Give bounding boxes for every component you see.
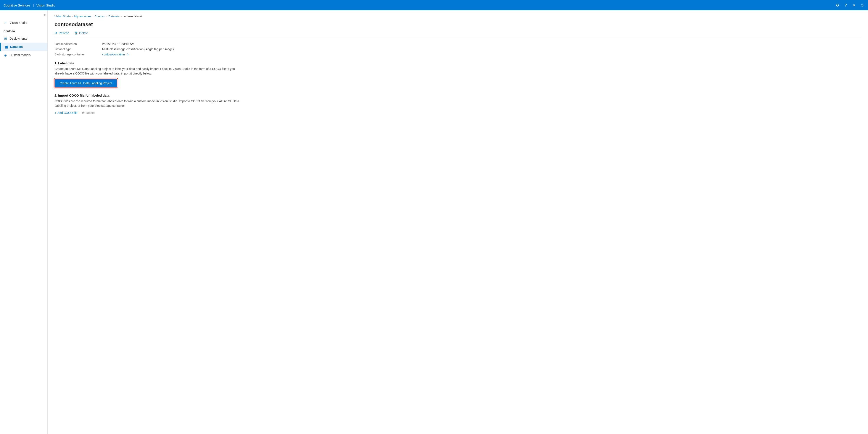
- blob-container-value: contosocontainer: [102, 53, 125, 56]
- metadata-row-type: Dataset type Multi-class image classific…: [55, 48, 861, 51]
- sidebar: « ⌂ Vision Studio Contoso ⊞ Deployments …: [0, 10, 48, 434]
- metadata-row-blob: Blob storage container contosocontainer …: [55, 53, 861, 56]
- section-import-coco-description: COCO files are the required format for l…: [55, 99, 241, 108]
- metadata-section: Last modified on 2/21/2023, 11:53:15 AM …: [55, 42, 861, 56]
- breadcrumb-contoso[interactable]: Contoso: [95, 15, 105, 18]
- sidebar-item-datasets[interactable]: ▣ Datasets: [0, 43, 48, 51]
- topbar: Cognitive Services | Vision Studio ⚙ ? ▾…: [0, 0, 868, 10]
- metadata-label-modified: Last modified on: [55, 42, 102, 46]
- delete-button[interactable]: 🗑 Delete: [74, 31, 88, 35]
- home-icon: ⌂: [3, 21, 7, 25]
- sidebar-org-label: Contoso: [0, 27, 48, 34]
- add-coco-icon: +: [55, 111, 56, 115]
- breadcrumb: Vision Studio › My resources › Contoso ›…: [55, 15, 861, 18]
- delete-coco-icon: 🗑: [82, 111, 85, 115]
- delete-coco-button[interactable]: 🗑 Delete: [82, 111, 95, 115]
- custom-models-icon: ◈: [3, 53, 7, 57]
- breadcrumb-chevron-2: ›: [92, 15, 93, 18]
- refresh-label: Refresh: [59, 31, 69, 35]
- sidebar-vision-studio-label: Vision Studio: [9, 21, 27, 25]
- content-area: Vision Studio › My resources › Contoso ›…: [48, 10, 868, 434]
- breadcrumb-current: contosodataset: [123, 15, 142, 18]
- app-title: Cognitive Services | Vision Studio: [3, 3, 55, 7]
- metadata-label-blob: Blob storage container: [55, 53, 102, 56]
- user-icon[interactable]: ☺: [860, 3, 865, 7]
- delete-icon: 🗑: [74, 31, 78, 35]
- metadata-row-modified: Last modified on 2/21/2023, 11:53:15 AM: [55, 42, 861, 46]
- delete-coco-label: Delete: [86, 111, 95, 115]
- external-link-icon: ⧉: [127, 53, 128, 56]
- settings-icon[interactable]: ⚙: [835, 3, 840, 7]
- section-label-data-title: 1. Label data: [55, 61, 861, 65]
- sidebar-item-custom-models[interactable]: ◈ Custom models: [0, 51, 48, 59]
- deployments-icon: ⊞: [3, 37, 7, 40]
- refresh-icon: ↺: [55, 31, 57, 35]
- metadata-label-type: Dataset type: [55, 48, 102, 51]
- add-coco-label: Add COCO file: [57, 111, 78, 115]
- help-icon[interactable]: ?: [843, 3, 848, 7]
- title-separator: |: [33, 3, 34, 7]
- sidebar-datasets-label: Datasets: [10, 45, 23, 49]
- breadcrumb-chevron-1: ›: [72, 15, 73, 18]
- topbar-icons: ⚙ ? ▾ ☺: [835, 3, 865, 7]
- sidebar-item-deployments[interactable]: ⊞ Deployments: [0, 34, 48, 43]
- breadcrumb-vision-studio[interactable]: Vision Studio: [55, 15, 71, 18]
- datasets-icon: ▣: [4, 45, 8, 49]
- sidebar-collapse-button[interactable]: «: [0, 12, 48, 19]
- blob-container-link[interactable]: contosocontainer ⧉: [102, 53, 128, 56]
- dropdown-icon[interactable]: ▾: [851, 3, 856, 7]
- add-coco-file-button[interactable]: + Add COCO file: [55, 111, 78, 115]
- toolbar: ↺ Refresh 🗑 Delete: [55, 31, 861, 38]
- delete-label: Delete: [79, 31, 88, 35]
- main-layout: « ⌂ Vision Studio Contoso ⊞ Deployments …: [0, 10, 868, 434]
- breadcrumb-chevron-4: ›: [121, 15, 122, 18]
- sidebar-item-vision-studio[interactable]: ⌂ Vision Studio: [0, 19, 48, 27]
- section-label-data: 1. Label data Create an Azure ML Data La…: [55, 61, 861, 87]
- refresh-button[interactable]: ↺ Refresh: [55, 31, 69, 35]
- page-title: contosodataset: [55, 22, 861, 28]
- coco-action-links: + Add COCO file 🗑 Delete: [55, 111, 861, 115]
- app-name: Cognitive Services: [3, 3, 30, 7]
- section-import-coco: 2. Import COCO file for labeled data COC…: [55, 93, 861, 115]
- breadcrumb-chevron-3: ›: [106, 15, 107, 18]
- metadata-value-type: Multi-class image classification (single…: [102, 48, 174, 51]
- section-label-data-description: Create an Azure ML Data Labeling project…: [55, 67, 241, 76]
- product-name: Vision Studio: [36, 3, 55, 7]
- breadcrumb-datasets[interactable]: Datasets: [108, 15, 120, 18]
- create-ml-project-button[interactable]: Create Azure ML Data Labeling Project: [55, 79, 117, 87]
- section-import-coco-title: 2. Import COCO file for labeled data: [55, 93, 861, 97]
- sidebar-custom-models-label: Custom models: [9, 53, 31, 57]
- metadata-value-modified: 2/21/2023, 11:53:15 AM: [102, 42, 134, 46]
- sidebar-deployments-label: Deployments: [9, 37, 27, 40]
- breadcrumb-my-resources[interactable]: My resources: [74, 15, 91, 18]
